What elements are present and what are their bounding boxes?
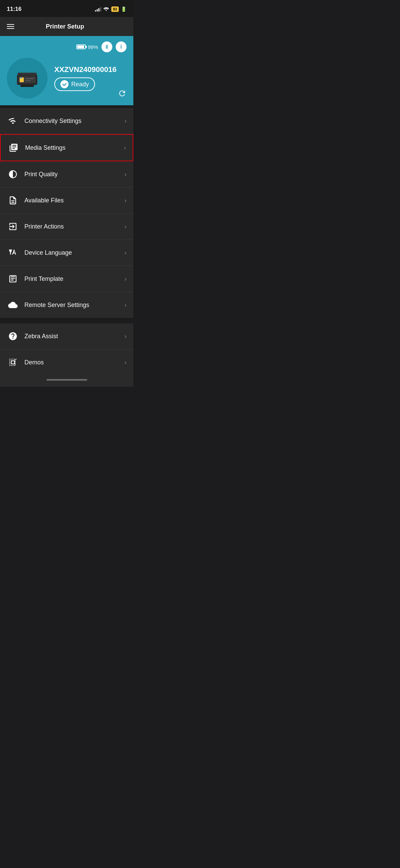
printer-avatar (7, 58, 47, 98)
chevron-right-icon: › (125, 275, 127, 283)
chevron-right-icon: › (125, 197, 127, 204)
bluetooth-button[interactable] (101, 41, 112, 52)
wifi-status-icon (103, 6, 109, 12)
menu-list-group1: Connectivity Settings › Media Settings ›… (0, 108, 133, 318)
wifi-icon (7, 115, 19, 127)
svg-rect-2 (20, 77, 24, 82)
page-title: Printer Setup (14, 23, 116, 30)
nav-bar: Printer Setup (0, 17, 133, 36)
status-icons: 93 🔋 (95, 6, 127, 12)
battery-body-icon: 🔋 (121, 6, 127, 12)
printer-status-badge: Ready (54, 77, 95, 91)
template-icon (7, 273, 19, 285)
chevron-right-icon: › (125, 333, 127, 340)
printer-battery-icon (76, 44, 86, 49)
printer-image (14, 68, 41, 88)
svg-point-6 (20, 77, 22, 79)
language-icon (7, 247, 19, 259)
chevron-right-icon: › (125, 171, 127, 178)
printer-battery-indicator: 99% (76, 44, 98, 50)
signal-bars-icon (95, 7, 101, 12)
zebra-assist-label: Zebra Assist (24, 333, 125, 340)
menu-item-remote-server[interactable]: Remote Server Settings › (0, 292, 133, 318)
printer-main-section: XXZVN240900016 Ready (7, 58, 127, 98)
printer-id: XXZVN240900016 (54, 65, 127, 74)
print-template-label: Print Template (24, 275, 125, 283)
cloud-icon (7, 299, 19, 311)
menu-group-spacer (0, 318, 133, 321)
svg-rect-5 (20, 85, 34, 87)
chevron-right-icon: › (125, 223, 127, 230)
menu-item-device-language[interactable]: Device Language › (0, 240, 133, 266)
printer-actions-label: Printer Actions (24, 223, 125, 230)
svg-rect-3 (25, 78, 34, 79)
printer-battery-percent: 99% (88, 44, 98, 50)
available-files-label: Available Files (24, 197, 125, 204)
home-indicator (0, 375, 133, 387)
menu-item-print-template[interactable]: Print Template › (0, 266, 133, 292)
menu-item-media[interactable]: Media Settings › (0, 134, 133, 161)
files-icon (7, 194, 19, 206)
battery-percentage-badge: 93 (111, 6, 119, 12)
menu-item-printer-actions[interactable]: Printer Actions › (0, 214, 133, 240)
actions-icon (7, 220, 19, 233)
menu-item-connectivity[interactable]: Connectivity Settings › (0, 108, 133, 134)
connectivity-settings-label: Connectivity Settings (24, 117, 125, 125)
status-bar: 11:16 93 🔋 (0, 0, 133, 17)
demos-label: Demos (24, 359, 125, 366)
refresh-button[interactable] (118, 89, 127, 100)
svg-rect-4 (25, 80, 31, 81)
status-time: 11:16 (7, 6, 21, 13)
remote-server-settings-label: Remote Server Settings (24, 302, 125, 309)
printer-info: XXZVN240900016 Ready (54, 65, 127, 91)
printer-status-label: Ready (71, 81, 89, 88)
chevron-right-icon: › (124, 144, 126, 151)
info-icon: i (120, 44, 122, 50)
contrast-icon (7, 168, 19, 180)
device-language-label: Device Language (24, 249, 125, 256)
chevron-right-icon: › (125, 359, 127, 366)
menu-item-available-files[interactable]: Available Files › (0, 187, 133, 214)
info-button[interactable]: i (116, 41, 127, 52)
home-bar (46, 379, 87, 381)
menu-item-zebra-assist[interactable]: Zebra Assist › (0, 323, 133, 349)
menu-item-print-quality[interactable]: Print Quality › (0, 161, 133, 187)
svg-rect-7 (18, 73, 37, 75)
printer-header-top: 99% i (7, 41, 127, 52)
printer-header: 99% i XXZVN240900016 (0, 36, 133, 105)
check-circle-icon (60, 80, 69, 88)
help-icon (7, 330, 19, 342)
chevron-right-icon: › (125, 302, 127, 309)
chevron-right-icon: › (125, 249, 127, 256)
media-settings-label: Media Settings (25, 144, 124, 151)
print-quality-label: Print Quality (24, 171, 125, 178)
chevron-right-icon: › (125, 117, 127, 125)
media-icon (7, 142, 20, 154)
menu-item-demos[interactable]: Demos › (0, 349, 133, 375)
demos-icon (7, 356, 19, 368)
menu-list-group2: Zebra Assist › Demos › (0, 323, 133, 375)
hamburger-menu-button[interactable] (7, 24, 14, 29)
